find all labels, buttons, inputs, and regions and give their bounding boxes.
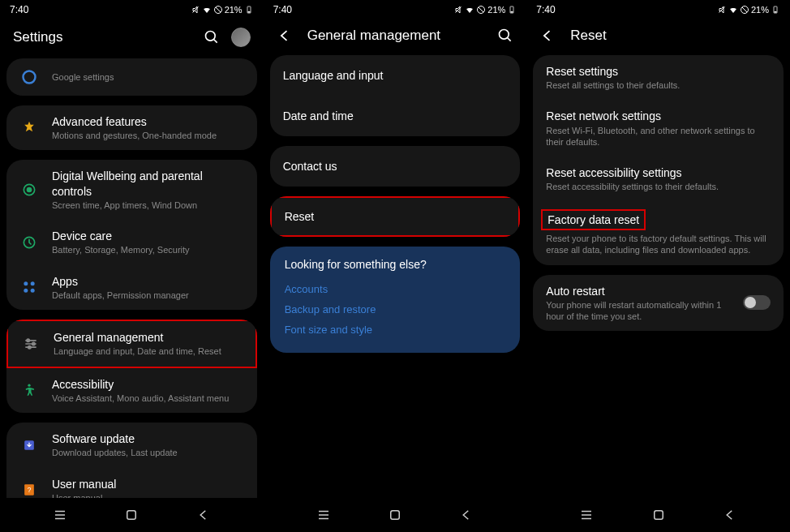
nav-bar (526, 498, 790, 532)
home-button[interactable] (388, 508, 402, 522)
screen-reset: 7:40 21% Reset Reset settingsReset all s… (526, 0, 790, 532)
status-battery: 21% (487, 5, 505, 15)
svg-rect-26 (391, 511, 400, 520)
mute-icon (453, 5, 463, 15)
back-button[interactable] (723, 508, 737, 522)
item-date-time[interactable]: Date and time (270, 96, 521, 136)
wellbeing-icon (19, 180, 39, 200)
item-contact-us[interactable]: Contact us (270, 146, 521, 187)
svg-point-8 (24, 282, 28, 286)
wifi-icon (202, 5, 212, 15)
status-icons: 21% (453, 5, 517, 15)
item-digital-wellbeing[interactable]: Digital Wellbeing and parental controlsS… (6, 160, 257, 220)
svg-point-11 (31, 289, 35, 293)
google-icon (19, 67, 39, 87)
status-bar: 7:40 21% (526, 0, 790, 19)
mute-icon (191, 5, 200, 15)
page-title: General management (307, 28, 498, 44)
advanced-icon (19, 118, 39, 138)
looking-card: Looking for something else? Accounts Bac… (270, 247, 521, 353)
accessibility-icon (19, 380, 39, 400)
svg-rect-29 (774, 11, 776, 13)
status-icons: 21% (717, 5, 780, 15)
nav-bar (264, 498, 527, 532)
header: General management (264, 19, 527, 55)
header: Reset (526, 19, 790, 55)
back-button[interactable] (196, 508, 211, 522)
status-battery: 21% (225, 5, 243, 15)
home-button[interactable] (651, 508, 666, 522)
item-language-input[interactable]: Language and input (270, 55, 521, 96)
status-bar: 7:40 21% (264, 0, 527, 19)
mute-icon (717, 5, 727, 15)
status-time: 7:40 (536, 4, 555, 15)
item-factory-data-reset[interactable]: Factory data reset Reset your phone to i… (533, 202, 784, 265)
svg-point-4 (24, 71, 36, 84)
battery-icon (507, 5, 517, 15)
item-software-update[interactable]: Software updateDownload updates, Last up… (6, 423, 257, 467)
back-icon[interactable] (277, 28, 293, 44)
home-button[interactable] (124, 508, 139, 522)
no-data-icon (740, 5, 749, 15)
screen-general-management: 7:40 21% General management Language and… (264, 0, 527, 532)
reset-list: Reset settingsReset all settings to thei… (526, 55, 790, 498)
svg-point-25 (500, 30, 509, 40)
page-title: Settings (13, 29, 204, 45)
no-data-icon (213, 5, 223, 15)
svg-rect-30 (654, 511, 663, 520)
item-advanced-features[interactable]: Advanced featuresMotions and gestures, O… (6, 105, 257, 150)
item-reset-network[interactable]: Reset network settingsReset Wi-Fi, Bluet… (533, 100, 784, 157)
recents-button[interactable] (579, 508, 594, 522)
svg-point-9 (31, 282, 35, 286)
nav-bar (0, 498, 264, 532)
svg-point-15 (28, 384, 30, 387)
item-accessibility[interactable]: AccessibilityVoice Assistant, Mono audio… (6, 368, 257, 413)
header: Settings (0, 19, 264, 58)
recents-button[interactable] (53, 508, 67, 522)
item-user-manual[interactable]: ? User manualUser manual (6, 468, 257, 498)
svg-point-6 (28, 188, 32, 192)
status-icons: 21% (191, 5, 254, 15)
manual-icon: ? (19, 480, 39, 498)
item-reset-settings[interactable]: Reset settingsReset all settings to thei… (533, 55, 784, 100)
item-apps[interactable]: AppsDefault apps, Permission manager (6, 265, 257, 310)
search-icon[interactable] (497, 28, 513, 44)
svg-point-3 (205, 32, 215, 41)
apps-icon (19, 277, 39, 297)
general-mgmt-icon (21, 334, 41, 354)
recents-button[interactable] (316, 508, 331, 522)
avatar[interactable] (231, 28, 251, 47)
svg-rect-21 (127, 511, 136, 520)
update-icon (19, 435, 39, 455)
battery-icon (244, 5, 254, 15)
item-google-settings[interactable]: Google settings (6, 58, 257, 96)
status-bar: 7:40 21% (0, 0, 264, 19)
back-icon[interactable] (539, 28, 556, 44)
status-battery: 21% (751, 5, 769, 15)
no-data-icon (476, 5, 486, 15)
page-title: Reset (570, 28, 777, 44)
svg-text:?: ? (28, 486, 32, 494)
status-time: 7:40 (273, 4, 292, 15)
link-backup-restore[interactable]: Backup and restore (285, 299, 506, 320)
link-font-size-style[interactable]: Font size and style (285, 320, 506, 340)
item-auto-restart[interactable]: Auto restartYour phone will restart auto… (533, 275, 784, 332)
link-accounts[interactable]: Accounts (285, 279, 506, 299)
item-reset[interactable]: Reset (270, 196, 521, 237)
settings-list: Google settings Advanced featuresMotions… (0, 58, 264, 498)
svg-rect-2 (247, 11, 250, 13)
auto-restart-toggle[interactable] (743, 295, 771, 310)
svg-point-13 (32, 342, 35, 345)
looking-title: Looking for something else? (285, 258, 506, 271)
back-button[interactable] (459, 508, 474, 522)
search-icon[interactable] (204, 29, 220, 45)
svg-rect-24 (511, 11, 513, 13)
item-reset-accessibility[interactable]: Reset accessibility settingsReset access… (533, 157, 784, 201)
item-device-care[interactable]: Device careBattery, Storage, Memory, Sec… (6, 220, 257, 264)
status-time: 7:40 (10, 4, 28, 15)
general-mgmt-list: Language and input Date and time Contact… (264, 55, 527, 498)
device-care-icon (19, 233, 39, 252)
screen-settings: 7:40 21% Settings Google settings Advanc… (0, 0, 264, 532)
wifi-icon (465, 5, 474, 15)
item-general-management[interactable]: General managementLanguage and input, Da… (6, 320, 257, 367)
